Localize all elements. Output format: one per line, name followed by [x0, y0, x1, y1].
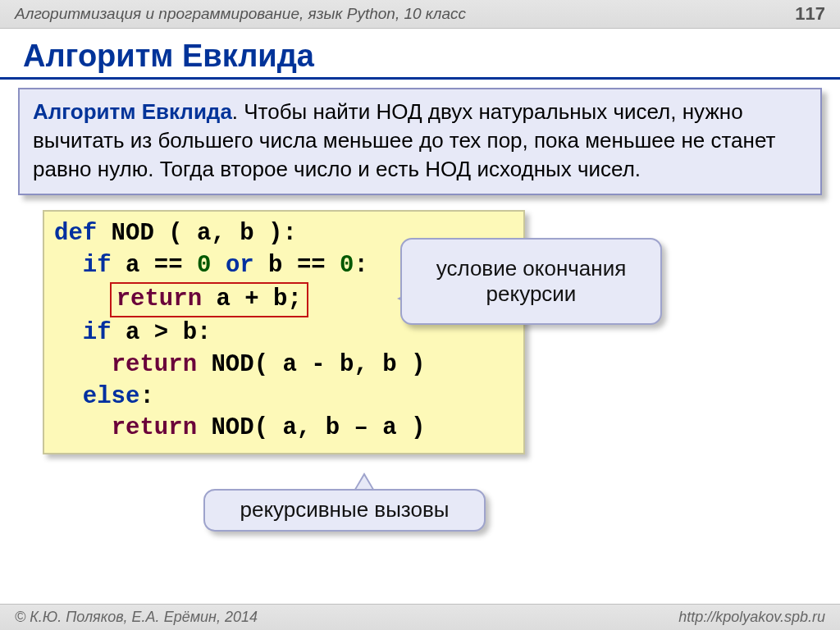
copyright: © К.Ю. Поляков, Е.А. Ерёмин, 2014 [15, 609, 258, 626]
breadcrumb: Алгоритмизация и программирование, язык … [15, 5, 466, 23]
return-highlight-box: return a + b; [110, 282, 308, 317]
slide-footer: © К.Ю. Поляков, Е.А. Ерёмин, 2014 http:/… [0, 604, 840, 630]
code-line-7: return NOD( a, b – a ) [54, 413, 514, 445]
code-line-5: return NOD( a - b, b ) [54, 349, 514, 381]
definition-lead: Алгоритм Евклида [33, 99, 232, 124]
callout-recursive: рекурсивные вызовы [203, 489, 486, 532]
slide-header: Алгоритмизация и программирование, язык … [0, 0, 840, 29]
page-number: 117 [795, 3, 825, 25]
definition-box: Алгоритм Евклида. Чтобы найти НОД двух н… [18, 88, 822, 195]
callout-termination: условие окончания рекурсии [400, 238, 662, 325]
page-title: Алгоритм Евклида [0, 29, 840, 80]
code-line-6: else: [54, 381, 514, 413]
footer-link: http://kpolyakov.spb.ru [678, 609, 825, 626]
